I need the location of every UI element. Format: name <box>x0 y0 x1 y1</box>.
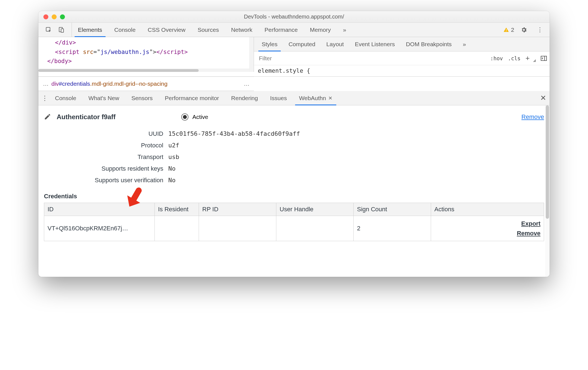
th-actions: Actions <box>431 203 544 216</box>
th-resident: Is Resident <box>155 203 199 216</box>
tab-sources[interactable]: Sources <box>191 23 225 37</box>
active-label: Active <box>192 114 208 120</box>
code-horizontal-scrollbar[interactable] <box>38 69 249 72</box>
styles-pane: Styles Computed Layout Event Listeners D… <box>254 37 550 76</box>
tab-event-listeners[interactable]: Event Listeners <box>349 37 400 51</box>
svg-rect-2 <box>61 29 64 32</box>
warning-count: 2 <box>511 27 514 33</box>
styles-body[interactable]: element.style { <box>254 65 550 76</box>
drawer-tabs: ⋮ Console What's New Sensors Performance… <box>38 91 550 105</box>
menu-icon[interactable]: ⋮ <box>535 25 545 35</box>
th-rpid: RP ID <box>199 203 276 216</box>
settings-icon[interactable] <box>519 25 529 35</box>
authenticator-title: Authenticator f9aff <box>57 113 116 121</box>
styles-filter-input[interactable] <box>257 53 490 64</box>
tabs-overflow[interactable]: » <box>337 23 352 37</box>
breadcrumb[interactable]: … div#credentials.mdl-grid.mdl-grid--no-… <box>38 77 254 91</box>
credentials-title: Credentials <box>44 193 544 200</box>
remove-button[interactable]: Remove <box>434 228 540 238</box>
styles-tabs-overflow[interactable]: » <box>457 37 472 51</box>
cls-toggle[interactable]: .cls <box>508 55 521 61</box>
th-userhandle: User Handle <box>276 203 354 216</box>
authenticator-header: Authenticator f9aff Active Remove <box>44 113 544 121</box>
new-rule-icon[interactable]: + <box>526 54 530 62</box>
remove-authenticator-link[interactable]: Remove <box>521 113 544 121</box>
warning-count-badge[interactable]: 2 <box>503 27 514 33</box>
drawer-tab-perf-monitor[interactable]: Performance monitor <box>159 91 225 105</box>
th-id: ID <box>44 203 155 216</box>
svg-rect-4 <box>506 31 506 31</box>
close-tab-icon[interactable]: ✕ <box>328 95 332 101</box>
export-button[interactable]: Export <box>434 219 540 228</box>
drawer-tab-rendering[interactable]: Rendering <box>225 91 264 105</box>
cell-signcount: 2 <box>354 216 431 241</box>
tab-styles[interactable]: Styles <box>256 37 283 51</box>
webauthn-panel: Authenticator f9aff Active Remove UUID15… <box>38 105 550 277</box>
tab-performance[interactable]: Performance <box>258 23 304 37</box>
tab-dom-breakpoints[interactable]: DOM Breakpoints <box>400 37 457 51</box>
drawer-tab-console[interactable]: Console <box>49 91 82 105</box>
svg-rect-3 <box>506 29 506 31</box>
drawer-tab-sensors[interactable]: Sensors <box>125 91 159 105</box>
active-radio[interactable]: Active <box>181 113 208 121</box>
authenticator-details: UUID15c01f56-785f-43b4-ab58-4facd60f9aff… <box>49 128 544 186</box>
tab-layout[interactable]: Layout <box>321 37 349 51</box>
tab-console[interactable]: Console <box>108 23 142 37</box>
cell-actions: Export Remove <box>431 216 544 241</box>
tab-computed[interactable]: Computed <box>283 37 321 51</box>
drawer-tab-issues[interactable]: Issues <box>264 91 293 105</box>
cell-resident <box>155 216 199 241</box>
devtools-window: DevTools - webauthndemo.appspot.com/ Ele… <box>38 11 550 277</box>
th-signcount: Sign Count <box>354 203 431 216</box>
tab-elements[interactable]: Elements <box>72 23 108 37</box>
credentials-table: ID Is Resident RP ID User Handle Sign Co… <box>44 203 544 241</box>
tab-css-overview[interactable]: CSS Overview <box>142 23 192 37</box>
main-toolbar: Elements Console CSS Overview Sources Ne… <box>38 23 550 37</box>
radio-icon <box>181 113 188 121</box>
resize-indicator <box>533 59 536 62</box>
table-row: VT+Ql516ObcpKRM2En67j… 2 Export Remove <box>44 216 544 241</box>
drawer-menu-icon[interactable]: ⋮ <box>41 94 49 102</box>
device-toggle-icon[interactable] <box>57 25 66 35</box>
tab-network[interactable]: Network <box>225 23 258 37</box>
panel-scrollbar[interactable] <box>545 105 550 277</box>
elements-split: </div> <script src="js/webauthn.js"></sc… <box>38 37 550 77</box>
cell-rpid <box>199 216 276 241</box>
main-tabs: Elements Console CSS Overview Sources Ne… <box>72 23 503 37</box>
hov-toggle[interactable]: :hov <box>490 55 503 61</box>
drawer-tab-whatsnew[interactable]: What's New <box>82 91 125 105</box>
window-title: DevTools - webauthndemo.appspot.com/ <box>38 14 550 20</box>
edit-icon[interactable] <box>44 113 52 121</box>
styles-tabs: Styles Computed Layout Event Listeners D… <box>254 37 550 51</box>
drawer-close-icon[interactable]: ✕ <box>540 94 546 102</box>
drawer-tab-webauthn[interactable]: WebAuthn ✕ <box>293 91 338 105</box>
sidebar-toggle-icon[interactable] <box>541 56 547 61</box>
dom-tree-pane[interactable]: </div> <script src="js/webauthn.js"></sc… <box>38 37 254 72</box>
cell-id: VT+Ql516ObcpKRM2En67j… <box>44 216 155 241</box>
inspect-element-icon[interactable] <box>44 25 53 35</box>
styles-toolbar: :hov .cls + <box>254 51 550 65</box>
code-vertical-scrollbar[interactable] <box>249 37 254 72</box>
tab-memory[interactable]: Memory <box>304 23 337 37</box>
titlebar: DevTools - webauthndemo.appspot.com/ <box>38 11 550 23</box>
cell-userhandle <box>276 216 354 241</box>
